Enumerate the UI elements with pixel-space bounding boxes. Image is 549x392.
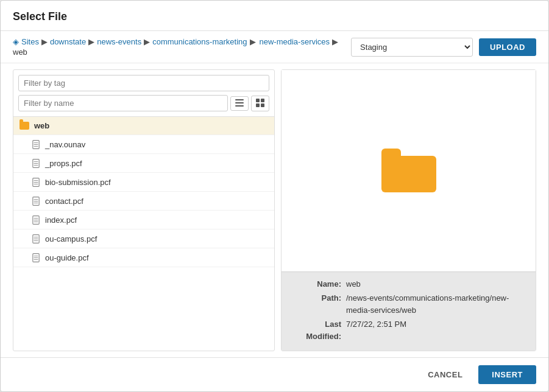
breadcrumb-pin-icon: ◈ bbox=[13, 37, 19, 46]
list-item[interactable]: ou-campus.pcf bbox=[13, 229, 274, 248]
right-panel: Name: web Path: /news-events/communicati… bbox=[281, 69, 536, 351]
breadcrumb-web: web bbox=[13, 47, 27, 57]
breadcrumb-sites[interactable]: Sites bbox=[21, 37, 39, 46]
file-name: _nav.ounav bbox=[45, 140, 85, 149]
path-value: /news-events/communications-marketing/ne… bbox=[346, 292, 526, 316]
dialog-body: web _nav.ounav _props.pcf bbox=[1, 63, 548, 357]
list-item[interactable]: index.pcf bbox=[13, 211, 274, 229]
list-item[interactable]: _nav.ounav bbox=[13, 135, 274, 154]
svg-rect-5 bbox=[256, 103, 260, 107]
name-value: web bbox=[346, 278, 361, 290]
file-name: bio-submission.pcf bbox=[45, 178, 111, 187]
list-item[interactable]: contact.pcf bbox=[13, 192, 274, 211]
file-name: ou-guide.pcf bbox=[45, 253, 89, 262]
breadcrumb-downstate[interactable]: downstate bbox=[50, 37, 86, 46]
svg-rect-6 bbox=[261, 103, 264, 107]
filter-name-row bbox=[18, 95, 269, 111]
upload-button[interactable]: UPLOAD bbox=[479, 38, 536, 56]
file-icon bbox=[32, 215, 40, 225]
modified-value: 7/27/22, 2:51 PM bbox=[346, 318, 406, 342]
file-icon bbox=[32, 234, 40, 243]
file-icon bbox=[32, 139, 40, 149]
svg-rect-0 bbox=[235, 99, 244, 100]
breadcrumb-new-media-services[interactable]: new-media-services bbox=[260, 37, 330, 46]
list-item[interactable]: _props.pcf bbox=[13, 154, 274, 173]
filter-tag-input[interactable] bbox=[18, 75, 269, 91]
dialog-toolbar: ◈ Sites ▶ downstate ▶ news-events ▶ comm… bbox=[1, 31, 548, 63]
list-item[interactable]: bio-submission.pcf bbox=[13, 173, 274, 192]
path-label: Path: bbox=[291, 292, 346, 316]
svg-rect-1 bbox=[235, 102, 244, 103]
dialog-footer: CANCEL INSERT bbox=[1, 357, 548, 391]
file-name: ou-campus.pcf bbox=[45, 234, 97, 243]
file-icon bbox=[32, 158, 40, 168]
folder-body bbox=[381, 156, 436, 192]
info-area: Name: web Path: /news-events/communicati… bbox=[282, 271, 536, 351]
svg-rect-3 bbox=[256, 99, 260, 102]
staging-select[interactable]: Staging Production bbox=[351, 38, 473, 57]
file-tree: web _nav.ounav _props.pcf bbox=[13, 117, 274, 351]
list-view-button[interactable] bbox=[230, 96, 249, 111]
folder-name: web bbox=[34, 121, 49, 130]
file-icon bbox=[32, 177, 40, 187]
file-name: contact.pcf bbox=[45, 197, 83, 206]
grid-view-button[interactable] bbox=[251, 96, 269, 111]
filter-name-input[interactable] bbox=[18, 95, 228, 111]
dialog-title: Select File bbox=[13, 10, 536, 23]
breadcrumb: ◈ Sites ▶ downstate ▶ news-events ▶ comm… bbox=[13, 37, 351, 57]
svg-rect-2 bbox=[235, 105, 244, 107]
info-path-row: Path: /news-events/communications-market… bbox=[291, 292, 526, 316]
select-file-dialog: Select File ◈ Sites ▶ downstate ▶ news-e… bbox=[0, 0, 549, 392]
cancel-button[interactable]: CANCEL bbox=[418, 365, 472, 384]
file-icon bbox=[32, 253, 40, 262]
info-name-row: Name: web bbox=[291, 278, 526, 290]
breadcrumb-communications-marketing[interactable]: communications-marketing bbox=[152, 37, 247, 46]
filter-section bbox=[13, 70, 274, 117]
svg-rect-4 bbox=[261, 99, 264, 102]
preview-area bbox=[282, 70, 536, 271]
info-modified-row: Last Modified: 7/27/22, 2:51 PM bbox=[291, 318, 526, 342]
name-label: Name: bbox=[291, 278, 346, 290]
list-item[interactable]: ou-guide.pcf bbox=[13, 248, 274, 267]
breadcrumb-news-events[interactable]: news-events bbox=[97, 37, 141, 46]
tree-folder-web[interactable]: web bbox=[13, 117, 274, 135]
file-icon bbox=[32, 196, 40, 206]
left-panel: web _nav.ounav _props.pcf bbox=[13, 69, 275, 351]
insert-button[interactable]: INSERT bbox=[478, 365, 536, 384]
toolbar-right: Staging Production UPLOAD bbox=[351, 38, 536, 57]
big-folder-icon bbox=[381, 149, 436, 192]
file-name: _props.pcf bbox=[45, 159, 82, 168]
modified-label: Last Modified: bbox=[291, 318, 346, 342]
folder-icon bbox=[19, 122, 29, 130]
file-name: index.pcf bbox=[45, 215, 77, 225]
dialog-header: Select File bbox=[1, 1, 548, 31]
